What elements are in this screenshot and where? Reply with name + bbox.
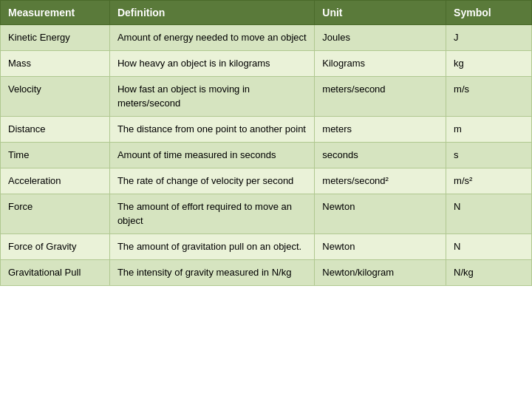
cell-unit: Kilograms <box>315 51 446 77</box>
cell-symbol: m <box>446 116 532 142</box>
table-row: Kinetic EnergyAmount of energy needed to… <box>1 25 532 51</box>
cell-unit: Newton <box>315 194 446 233</box>
cell-measurement: Force <box>1 194 110 233</box>
cell-unit: Newton <box>315 233 446 259</box>
cell-measurement: Kinetic Energy <box>1 25 110 51</box>
cell-definition: Amount of time measured in seconds <box>109 142 314 168</box>
cell-unit: seconds <box>315 142 446 168</box>
table-row: DistanceThe distance from one point to a… <box>1 116 532 142</box>
cell-unit: meters/second² <box>315 168 446 194</box>
cell-measurement: Gravitational Pull <box>1 259 110 285</box>
table-row: AccelerationThe rate of change of veloci… <box>1 168 532 194</box>
cell-definition: How fast an object is moving in meters/s… <box>109 77 314 116</box>
cell-symbol: N <box>446 194 532 233</box>
header-measurement: Measurement <box>1 1 110 25</box>
measurements-table: Measurement Definition Unit Symbol Kinet… <box>0 0 532 286</box>
cell-unit: Joules <box>315 25 446 51</box>
cell-measurement: Velocity <box>1 77 110 116</box>
cell-unit: meters <box>315 116 446 142</box>
cell-unit: meters/second <box>315 77 446 116</box>
table-row: VelocityHow fast an object is moving in … <box>1 77 532 116</box>
table-row: TimeAmount of time measured in secondsse… <box>1 142 532 168</box>
header-symbol: Symbol <box>446 1 532 25</box>
cell-symbol: s <box>446 142 532 168</box>
cell-symbol: kg <box>446 51 532 77</box>
cell-symbol: N/kg <box>446 259 532 285</box>
cell-measurement: Mass <box>1 51 110 77</box>
cell-unit: Newton/kilogram <box>315 259 446 285</box>
cell-symbol: m/s <box>446 77 532 116</box>
cell-definition: How heavy an object is in kilograms <box>109 51 314 77</box>
cell-symbol: J <box>446 25 532 51</box>
cell-definition: The rate of change of velocity per secon… <box>109 168 314 194</box>
cell-definition: The amount of gravitation pull on an obj… <box>109 233 314 259</box>
cell-measurement: Acceleration <box>1 168 110 194</box>
header-unit: Unit <box>315 1 446 25</box>
table-row: ForceThe amount of effort required to mo… <box>1 194 532 233</box>
cell-measurement: Time <box>1 142 110 168</box>
cell-symbol: m/s² <box>446 168 532 194</box>
cell-definition: Amount of energy needed to move an objec… <box>109 25 314 51</box>
header-definition: Definition <box>109 1 314 25</box>
cell-definition: The amount of effort required to move an… <box>109 194 314 233</box>
table-row: MassHow heavy an object is in kilogramsK… <box>1 51 532 77</box>
cell-measurement: Force of Gravity <box>1 233 110 259</box>
cell-measurement: Distance <box>1 116 110 142</box>
table-row: Gravitational PullThe intensity of gravi… <box>1 259 532 285</box>
cell-symbol: N <box>446 233 532 259</box>
cell-definition: The intensity of gravity measured in N/k… <box>109 259 314 285</box>
cell-definition: The distance from one point to another p… <box>109 116 314 142</box>
table-row: Force of GravityThe amount of gravitatio… <box>1 233 532 259</box>
